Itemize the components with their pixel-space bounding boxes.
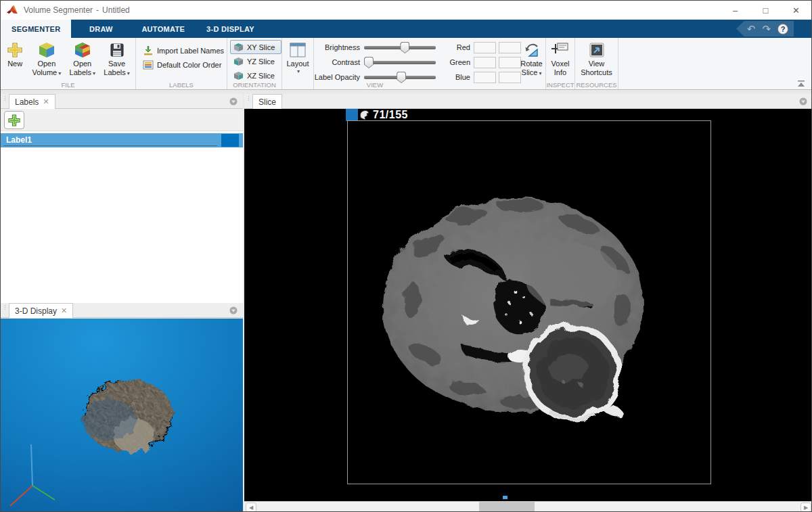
section-caption-view: VIEW [314,81,436,89]
red-min-field[interactable] [474,42,496,53]
section-caption-resources: RESOURCES [575,81,618,89]
green-field-row: Green [447,55,524,70]
close-button[interactable]: ✕ [781,1,811,20]
slice-viewport[interactable]: 71/155 [244,109,812,501]
dropdown-arrow-icon: ▾ [539,70,541,76]
minimize-button[interactable]: – [720,1,750,20]
dropdown-arrow-icon: ▾ [58,70,61,76]
panel-menu-icon[interactable] [799,97,807,106]
section-inspect: Voxel Info INSPECT [546,38,575,89]
3d-brain-render [1,319,243,512]
label-color-swatch[interactable] [221,134,239,147]
blue-label: Blue [447,73,474,81]
xy-cube-icon [233,43,244,52]
panel-grip[interactable]: ⋮ [2,306,5,315]
document-title: Untitled [102,5,130,15]
ribbon-filler [618,38,811,89]
collapse-ribbon-icon[interactable] [796,80,806,87]
brightness-slider-thumb[interactable] [400,42,409,53]
3d-viewport[interactable] [1,319,243,512]
slice-slider-handle[interactable] [346,109,358,121]
view-shortcuts-button[interactable]: View Shortcuts [575,38,618,77]
panel-menu-icon[interactable] [229,97,238,106]
section-caption-orientation: ORIENTATION [227,81,281,89]
volume-segmenter-window: Volume Segmenter - Untitled – □ ✕ SEGMEN… [0,0,812,512]
dropdown-arrow-icon: ▾ [127,70,130,76]
app-title: Volume Segmenter [24,5,93,15]
ribbon-tab-bar: SEGMENTER DRAW AUTOMATE 3-D DISPLAY ↶ ↷ … [1,20,811,38]
import-icon [143,45,154,56]
cursor-icon [358,108,371,122]
rgb-fields: Red Green Blue [447,40,524,85]
add-label-button[interactable] [4,111,24,129]
brightness-label: Brightness [314,43,364,51]
color-order-icon [143,60,154,70]
ribbon-toolbar: New Open Volume▾ [1,38,811,90]
labels-panel-header: ⋮ Labels ✕ [1,94,243,109]
panel-menu-icon[interactable] [229,306,238,315]
maximize-button[interactable]: □ [750,1,781,20]
xy-slice-toggle[interactable]: XY Slice [230,40,281,54]
green-min-field[interactable] [474,57,496,68]
help-icon[interactable]: ? [777,24,788,34]
section-orientation: XY Slice YZ Slice XZ Slice [227,38,282,89]
label-row[interactable]: Label1 [1,133,243,147]
rotate-slice-icon [523,41,541,59]
green-label: Green [447,58,474,66]
3d-display-panel-tab[interactable]: 3-D Display ✕ [9,303,73,318]
section-file: New Open Volume▾ [1,38,136,89]
slice-number: 71/155 [373,109,408,121]
contrast-slider[interactable] [364,55,436,69]
panel-grip[interactable]: ⋮ [2,97,5,106]
blue-min-field[interactable] [474,72,496,83]
save-disk-icon [109,42,125,58]
tab-segmenter[interactable]: SEGMENTER [1,20,71,38]
blue-field-row: Blue [447,70,524,85]
label-opacity-label: Label Opacity [314,73,364,81]
window-controls: – □ ✕ [720,1,811,20]
label-name[interactable]: Label1 [3,135,217,146]
voxel-info-button[interactable]: Voxel Info [546,38,574,77]
xz-slice-toggle[interactable]: XZ Slice [230,68,281,83]
close-tab-icon[interactable]: ✕ [61,306,67,315]
yz-slice-toggle[interactable]: YZ Slice [230,54,281,68]
add-plus-icon [7,114,21,127]
slice-panel-tab[interactable]: Slice [252,94,282,109]
labels-cube-icon [74,41,91,59]
voxel-info-icon [551,41,569,59]
scroll-left-icon[interactable]: ◀ [246,503,256,512]
tab-3d-display[interactable]: 3-D DISPLAY [196,20,265,38]
yz-cube-icon [233,57,244,66]
close-tab-icon[interactable]: ✕ [43,97,49,106]
brightness-slider[interactable] [364,41,436,54]
contrast-slider-thumb[interactable] [364,57,374,68]
default-color-order-button[interactable]: Default Color Order [140,57,227,72]
section-layout: Layout ▾ [282,38,314,89]
title-separator: - [96,5,99,15]
section-resources: View Shortcuts RESOURCES [575,38,618,89]
panel-grip[interactable]: ⋮ [246,97,248,106]
labels-panel-body: Label1 [1,109,243,303]
scrollbar-thumb[interactable] [479,502,535,512]
quick-access-toolbar: ↶ ↷ ? [736,21,794,37]
labels-panel-tab[interactable]: Labels ✕ [9,94,55,109]
view-sliders: Brightness Contrast Label Opacity [314,40,436,85]
tab-draw[interactable]: DRAW [71,20,131,38]
horizontal-scrollbar[interactable]: ◀ ▶ [244,501,812,512]
section-view: Brightness Contrast Label Opacity [314,38,546,89]
shortcuts-icon [589,42,605,58]
redo-icon[interactable]: ↷ [762,24,771,34]
scroll-right-icon[interactable]: ▶ [800,503,811,512]
undo-icon[interactable]: ↶ [747,24,756,34]
red-label: Red [447,43,474,51]
section-labels: Import Label Names Default Color Order L… [136,38,227,89]
rotate-slice-button[interactable]: Rotate Slice▾ [517,38,546,78]
titlebar: Volume Segmenter - Untitled – □ ✕ [1,1,811,20]
3d-display-panel-header: ⋮ 3-D Display ✕ [1,303,243,318]
layout-button[interactable]: Layout ▾ [282,38,313,74]
slice-indicator[interactable]: 71/155 [346,109,408,121]
section-caption-inspect: INSPECT [546,81,574,89]
import-label-names-button[interactable]: Import Label Names [140,43,227,57]
slice-panel-header: ⋮ Slice [244,94,812,109]
tab-automate[interactable]: AUTOMATE [131,20,196,38]
